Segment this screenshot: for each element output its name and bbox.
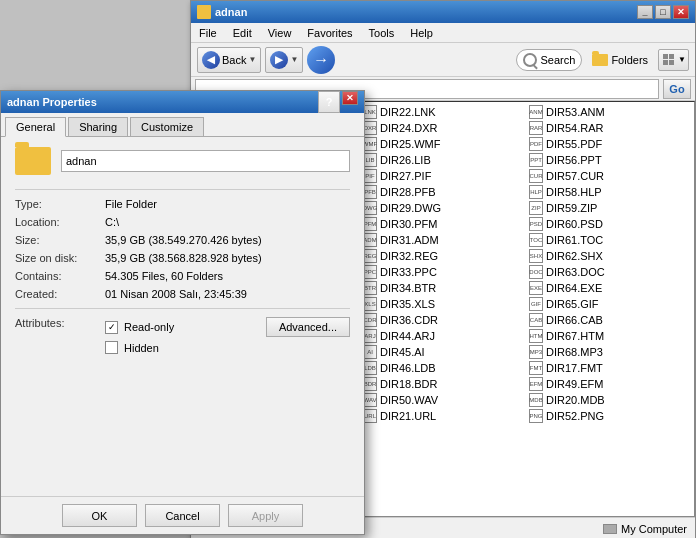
explorer-minimize-btn[interactable]: _	[637, 5, 653, 19]
tab-customize[interactable]: Customize	[130, 117, 204, 136]
file-name: DIR57.CUR	[546, 170, 604, 182]
list-item[interactable]: PFBDIR28.PFB	[360, 184, 526, 200]
folders-icon	[592, 54, 608, 66]
list-item[interactable]: PPCDIR33.PPC	[360, 264, 526, 280]
hidden-label: Hidden	[124, 342, 159, 354]
tab-sharing[interactable]: Sharing	[68, 117, 128, 136]
folder-name-input[interactable]	[61, 150, 350, 172]
hidden-checkbox[interactable]	[105, 341, 118, 354]
prop-label: Size:	[15, 234, 105, 246]
list-item[interactable]: AIDIR45.AI	[360, 344, 526, 360]
file-name: DIR49.EFM	[546, 378, 603, 390]
list-item[interactable]: ADMDIR31.ADM	[360, 232, 526, 248]
list-item[interactable]: DOCDIR63.DOC	[526, 264, 692, 280]
list-item[interactable]: PNGDIR52.PNG	[526, 408, 692, 424]
list-item[interactable]: WMFDIR25.WMF	[360, 136, 526, 152]
go-button[interactable]: Go	[663, 79, 691, 99]
forward-button[interactable]: ▶ ▼	[265, 47, 303, 73]
menu-tools[interactable]: Tools	[365, 23, 399, 42]
list-item[interactable]: EXEDIR64.EXE	[526, 280, 692, 296]
tab-general[interactable]: General	[5, 117, 66, 137]
list-item[interactable]: DXRDIR24.DXR	[360, 120, 526, 136]
dialog-help-btn[interactable]: ?	[318, 91, 340, 113]
back-icon: ◀	[202, 51, 220, 69]
list-item[interactable]: MDBDIR20.MDB	[526, 392, 692, 408]
ok-button[interactable]: OK	[62, 504, 137, 527]
list-item[interactable]: TOCDIR61.TOC	[526, 232, 692, 248]
explorer-maximize-btn[interactable]: □	[655, 5, 671, 19]
list-item[interactable]: HLPDIR58.HLP	[526, 184, 692, 200]
explorer-title-controls: _ □ ✕	[637, 5, 689, 19]
file-icon: PIF	[363, 169, 377, 183]
list-item[interactable]: URLDIR21.URL	[360, 408, 526, 424]
prop-value: 54.305 Files, 60 Folders	[105, 270, 350, 282]
list-item[interactable]: MP3DIR68.MP3	[526, 344, 692, 360]
prop-value: 01 Nisan 2008 Salı, 23:45:39	[105, 288, 350, 300]
file-icon: FMT	[529, 361, 543, 375]
list-item[interactable]: CDRDIR36.CDR	[360, 312, 526, 328]
explorer-menubar: File Edit View Favorites Tools Help	[191, 23, 695, 43]
list-item[interactable]: GIFDIR65.GIF	[526, 296, 692, 312]
list-item[interactable]: CABDIR66.CAB	[526, 312, 692, 328]
attributes-label: Attributes:	[15, 317, 105, 358]
menu-help[interactable]: Help	[406, 23, 437, 42]
list-item[interactable]: FMTDIR17.FMT	[526, 360, 692, 376]
file-icon: CAB	[529, 313, 543, 327]
back-label: Back	[222, 54, 246, 66]
list-item[interactable]: ARJDIR44.ARJ	[360, 328, 526, 344]
list-item[interactable]: REGDIR32.REG	[360, 248, 526, 264]
list-item[interactable]: XLSDIR35.XLS	[360, 296, 526, 312]
back-button[interactable]: ◀ Back ▼	[197, 47, 261, 73]
menu-favorites[interactable]: Favorites	[303, 23, 356, 42]
menu-file[interactable]: File	[195, 23, 221, 42]
property-row: Location: C:\	[15, 216, 350, 228]
folders-button[interactable]: Folders	[586, 52, 654, 68]
list-item[interactable]: RARDIR54.RAR	[526, 120, 692, 136]
dialog-close-btn[interactable]: ✕	[342, 91, 358, 105]
prop-value: File Folder	[105, 198, 350, 210]
file-icon: PPT	[529, 153, 543, 167]
menu-edit[interactable]: Edit	[229, 23, 256, 42]
list-item[interactable]: LIBDIR26.LIB	[360, 152, 526, 168]
file-name: DIR35.XLS	[380, 298, 435, 310]
list-item[interactable]: PPTDIR56.PPT	[526, 152, 692, 168]
file-icon: BDR	[363, 377, 377, 391]
cancel-button[interactable]: Cancel	[145, 504, 220, 527]
list-item[interactable]: LNKDIR22.LNK	[360, 104, 526, 120]
readonly-label: Read-only	[124, 321, 174, 333]
file-name: DIR25.WMF	[380, 138, 441, 150]
advanced-button[interactable]: Advanced...	[266, 317, 350, 337]
list-item[interactable]: LDBDIR46.LDB	[360, 360, 526, 376]
dialog-title-text: adnan Properties	[7, 96, 97, 108]
list-item[interactable]: DWGDIR29.DWG	[360, 200, 526, 216]
file-icon: MDB	[529, 393, 543, 407]
list-item[interactable]: BDRDIR18.BDR	[360, 376, 526, 392]
file-name: DIR46.LDB	[380, 362, 436, 374]
list-item[interactable]: ZIPDIR59.ZIP	[526, 200, 692, 216]
list-item[interactable]: PDFDIR55.PDF	[526, 136, 692, 152]
list-item[interactable]: BTRDIR34.BTR	[360, 280, 526, 296]
list-item[interactable]: PSDDIR60.PSD	[526, 216, 692, 232]
file-name: DIR26.LIB	[380, 154, 431, 166]
list-item[interactable]: ANMDIR53.ANM	[526, 104, 692, 120]
list-item[interactable]: SHXDIR62.SHX	[526, 248, 692, 264]
list-item[interactable]: EFMDIR49.EFM	[526, 376, 692, 392]
file-icon: CUR	[529, 169, 543, 183]
file-name: DIR24.DXR	[380, 122, 437, 134]
file-name: DIR52.PNG	[546, 410, 604, 422]
explorer-title-left: adnan	[197, 5, 247, 19]
file-icon: LNK	[363, 105, 377, 119]
list-item[interactable]: PIFDIR27.PIF	[360, 168, 526, 184]
view-button[interactable]: ▼	[658, 49, 689, 71]
explorer-close-btn[interactable]: ✕	[673, 5, 689, 19]
search-box[interactable]: Search	[516, 49, 583, 71]
explorer-titlebar: adnan _ □ ✕	[191, 1, 695, 23]
list-item[interactable]: WAVDIR50.WAV	[360, 392, 526, 408]
list-item[interactable]: CURDIR57.CUR	[526, 168, 692, 184]
readonly-checkbox[interactable]: ✓	[105, 321, 118, 334]
apply-button[interactable]: Apply	[228, 504, 303, 527]
list-item[interactable]: HTMDIR67.HTM	[526, 328, 692, 344]
list-item[interactable]: PFMDIR30.PFM	[360, 216, 526, 232]
menu-view[interactable]: View	[264, 23, 296, 42]
file-name: DIR67.HTM	[546, 330, 604, 342]
